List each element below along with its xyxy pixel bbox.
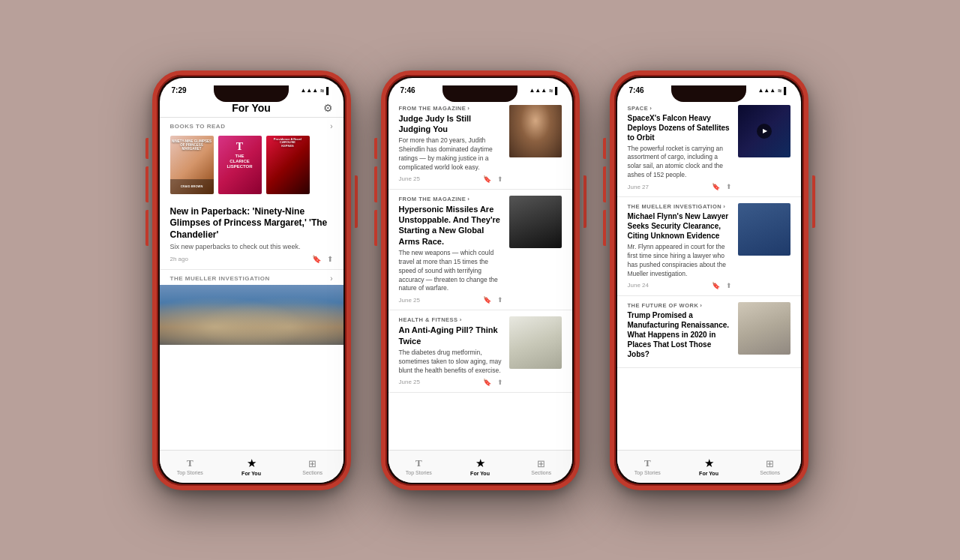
judy-tag-arrow: › bbox=[467, 105, 470, 112]
signal-icon-3: ▲▲▲ bbox=[758, 87, 776, 94]
battery-icon-1: ▌ bbox=[326, 87, 331, 94]
article-pills-actions: 🔖 ⬆ bbox=[483, 379, 503, 386]
tab-top-stories-1[interactable]: T Top Stories bbox=[160, 457, 221, 475]
article-flynn-meta: June 24 🔖 ⬆ bbox=[628, 282, 732, 289]
top-stories-label-2: Top Stories bbox=[406, 470, 432, 475]
header-title-1: For You bbox=[232, 102, 271, 114]
bookmark-judy[interactable]: 🔖 bbox=[483, 175, 491, 183]
article-missiles-content: FROM THE MAGAZINE › Hypersonic Missiles … bbox=[399, 196, 503, 304]
phone-screen-2: 7:46 ▲▲▲ ≈ ▌ FROM THE MAGAZINE › Judge J… bbox=[388, 78, 572, 483]
article-judy-body: For more than 20 years, Judith Sheindlin… bbox=[399, 136, 503, 172]
volume-up-button-3 bbox=[603, 166, 606, 202]
article-judy[interactable]: FROM THE MAGAZINE › Judge Judy Is Still … bbox=[388, 99, 572, 190]
share-flynn[interactable]: ⬆ bbox=[726, 282, 732, 289]
mueller-section-header[interactable]: THE MUELLER INVESTIGATION › bbox=[160, 270, 344, 285]
tab-sections-3[interactable]: ⊞ Sections bbox=[740, 458, 801, 475]
article-spacex-body: The powerful rocket is carrying an assor… bbox=[628, 145, 732, 181]
article-spacex-date: June 27 bbox=[628, 184, 649, 190]
bookmark-spacex[interactable]: 🔖 bbox=[712, 183, 720, 190]
for-you-icon-1: ★ bbox=[247, 457, 256, 470]
article-judy-title: Judge Judy Is Still Judging You bbox=[399, 113, 503, 135]
phone-2: 7:46 ▲▲▲ ≈ ▌ FROM THE MAGAZINE › Judge J… bbox=[381, 70, 580, 490]
tab-sections-2[interactable]: ⊞ Sections bbox=[511, 458, 572, 475]
top-stories-label-3: Top Stories bbox=[634, 470, 661, 475]
article-spacex-meta: June 27 🔖 ⬆ bbox=[628, 183, 732, 190]
share-spacex[interactable]: ⬆ bbox=[726, 183, 732, 190]
for-you-label-3: For You bbox=[699, 471, 718, 476]
power-button-2 bbox=[584, 175, 586, 228]
status-icons-1: ▲▲▲ ≈ ▌ bbox=[300, 87, 331, 94]
top-stories-icon-1: T bbox=[187, 457, 194, 469]
volume-up-button-2 bbox=[374, 166, 377, 202]
screen-content-1: BOOKS TO READ › NINETY-NINE GLIMPSES OF … bbox=[160, 118, 344, 450]
book-1[interactable]: NINETY-NINE GLIMPSES OF PRINCESS MARGARE… bbox=[170, 136, 214, 194]
books-section-header[interactable]: BOOKS TO READ › bbox=[160, 118, 344, 133]
play-button[interactable]: ▶ bbox=[757, 124, 772, 139]
article-missiles-meta: June 25 🔖 ⬆ bbox=[399, 296, 503, 304]
main-article-time-1: 2h ago bbox=[170, 256, 188, 262]
bookmark-icon-1[interactable]: 🔖 bbox=[312, 255, 321, 263]
mute-button-2 bbox=[374, 138, 377, 159]
article-pills-title: An Anti-Aging Pill? Think Twice bbox=[399, 325, 503, 346]
article-manufacturing-tag: THE FUTURE OF WORK › bbox=[628, 302, 732, 309]
article-spacex[interactable]: SPACE › SpaceX's Falcon Heavy Deploys Do… bbox=[617, 99, 801, 198]
share-icon-1[interactable]: ⬆ bbox=[327, 255, 333, 263]
book-2[interactable]: T THECLARICELISPECTOR bbox=[218, 136, 262, 194]
article-missiles[interactable]: FROM THE MAGAZINE › Hypersonic Missiles … bbox=[388, 190, 572, 311]
article-judy-meta: June 25 🔖 ⬆ bbox=[399, 175, 503, 183]
judy-photo bbox=[509, 105, 562, 157]
article-judy-content: FROM THE MAGAZINE › Judge Judy Is Still … bbox=[399, 105, 503, 183]
article-spacex-tag: SPACE › bbox=[628, 105, 732, 112]
tab-for-you-3[interactable]: ★ For You bbox=[678, 457, 740, 476]
mute-button-3 bbox=[603, 138, 606, 159]
article-flynn-title: Michael Flynn's New Lawyer Seeks Securit… bbox=[628, 211, 732, 241]
settings-icon-1[interactable]: ⚙ bbox=[323, 102, 333, 114]
article-pills-image bbox=[509, 316, 562, 369]
sections-icon-3: ⊞ bbox=[766, 458, 774, 469]
for-you-label-1: For You bbox=[242, 471, 261, 476]
factory-photo bbox=[738, 302, 790, 355]
mute-button bbox=[146, 138, 148, 159]
article-flynn[interactable]: THE MUELLER INVESTIGATION › Michael Flyn… bbox=[617, 197, 801, 296]
article-flynn-date: June 24 bbox=[628, 282, 649, 289]
status-icons-3: ▲▲▲ ≈ ▌ bbox=[758, 87, 788, 94]
status-time-2: 7:46 bbox=[400, 86, 416, 94]
bookmark-flynn[interactable]: 🔖 bbox=[712, 282, 720, 289]
tab-top-stories-3[interactable]: T Top Stories bbox=[617, 457, 679, 475]
share-pills[interactable]: ⬆ bbox=[497, 379, 503, 386]
mueller-section-label: THE MUELLER INVESTIGATION bbox=[170, 275, 270, 282]
article-manufacturing[interactable]: THE FUTURE OF WORK › Trump Promised a Ma… bbox=[617, 296, 801, 368]
phone-1: 7:29 ▲▲▲ ≈ ▌ For You ⚙ BOOKS TO READ › N… bbox=[152, 70, 351, 490]
share-missiles[interactable]: ⬆ bbox=[497, 296, 503, 304]
bookmark-pills[interactable]: 🔖 bbox=[483, 379, 491, 386]
article-judy-image bbox=[509, 105, 562, 157]
article-flynn-body: Mr. Flynn appeared in court for the firs… bbox=[628, 243, 732, 279]
manufacturing-tag-arrow: › bbox=[700, 302, 702, 309]
bookmark-missiles[interactable]: 🔖 bbox=[483, 296, 491, 304]
tab-for-you-2[interactable]: ★ For You bbox=[449, 457, 511, 476]
sections-label-1: Sections bbox=[302, 470, 322, 475]
book-3[interactable]: Providence A NovelCAROLINEKEPNES bbox=[266, 136, 310, 194]
article-pills[interactable]: HEALTH & FITNESS › An Anti-Aging Pill? T… bbox=[388, 310, 572, 392]
pills-photo bbox=[509, 316, 562, 369]
tab-bar-2: T Top Stories ★ For You ⊞ Sections bbox=[388, 450, 572, 483]
article-pills-content: HEALTH & FITNESS › An Anti-Aging Pill? T… bbox=[399, 316, 503, 385]
power-button-3 bbox=[812, 175, 815, 228]
pills-tag-arrow: › bbox=[460, 316, 462, 323]
volume-up-button bbox=[146, 166, 148, 202]
tab-for-you-1[interactable]: ★ For You bbox=[220, 457, 282, 476]
books-row: NINETY-NINE GLIMPSES OF PRINCESS MARGARE… bbox=[160, 133, 344, 200]
share-judy[interactable]: ⬆ bbox=[497, 175, 503, 183]
article-missiles-tag: FROM THE MAGAZINE › bbox=[399, 196, 503, 202]
main-article-meta-1: 2h ago 🔖 ⬆ bbox=[170, 255, 333, 263]
power-button bbox=[355, 175, 358, 228]
tab-sections-1[interactable]: ⊞ Sections bbox=[282, 458, 344, 475]
tab-bar-1: T Top Stories ★ For You ⊞ Sections bbox=[160, 450, 344, 483]
article-judy-actions: 🔖 ⬆ bbox=[483, 175, 503, 183]
books-section-arrow: › bbox=[330, 122, 332, 130]
article-spacex-title: SpaceX's Falcon Heavy Deploys Dozens of … bbox=[628, 113, 732, 142]
tab-top-stories-2[interactable]: T Top Stories bbox=[388, 457, 450, 475]
mueller-image-1[interactable] bbox=[160, 285, 344, 345]
main-article-1[interactable]: New in Paperback: 'Ninety-Nine Glimpses … bbox=[160, 200, 344, 270]
volume-down-button-2 bbox=[374, 210, 377, 246]
